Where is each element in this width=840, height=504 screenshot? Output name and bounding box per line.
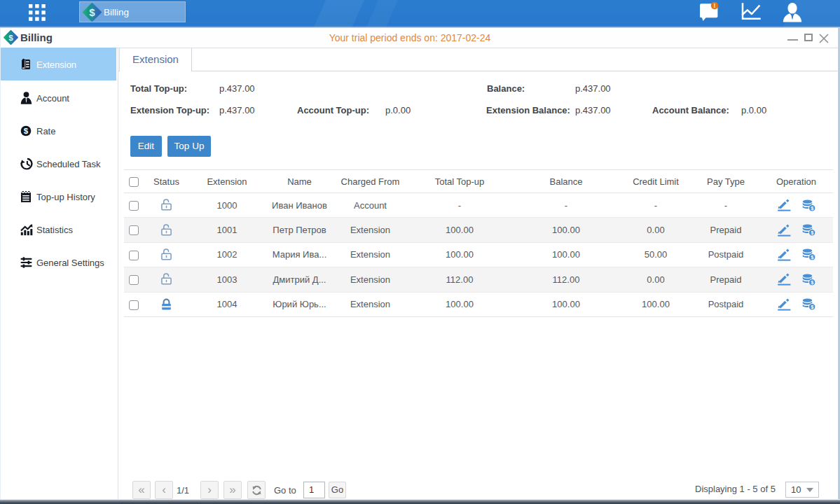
svg-text:$: $	[811, 205, 813, 211]
svg-text:$: $	[89, 6, 95, 18]
svg-text:$: $	[24, 127, 29, 135]
svg-text:$: $	[811, 280, 813, 286]
svg-text:$: $	[811, 255, 813, 260]
svg-text:$: $	[811, 230, 813, 236]
svg-text:$: $	[811, 304, 813, 310]
svg-text:!: !	[714, 2, 716, 9]
